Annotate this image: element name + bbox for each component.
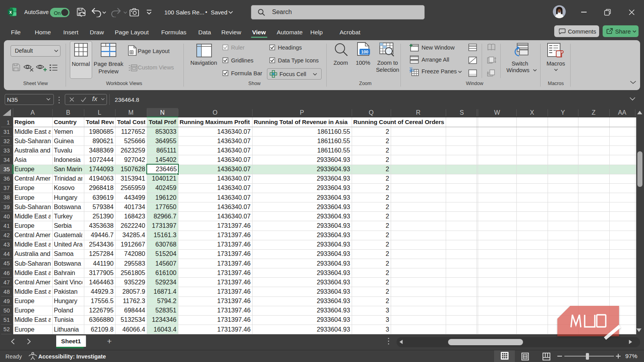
svg-text:100: 100	[361, 50, 368, 54]
svg-text:x: x	[9, 9, 12, 15]
